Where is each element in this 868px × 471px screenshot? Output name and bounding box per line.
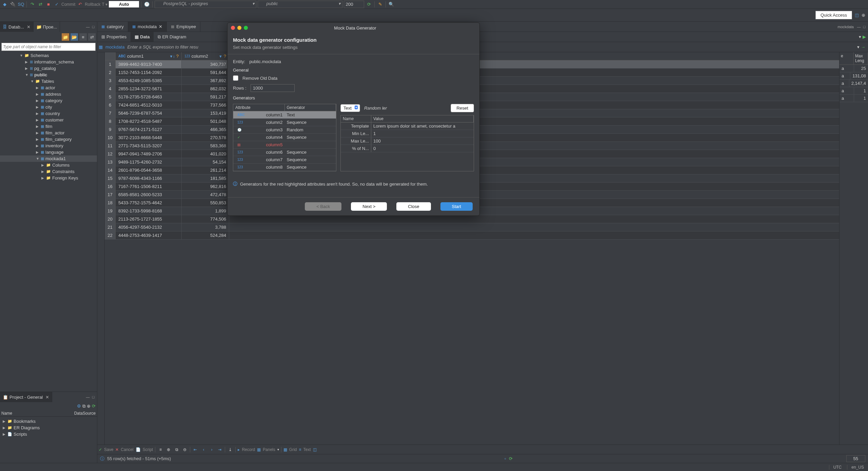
column-header-1[interactable]: ABCcolumn1▼↕? — [116, 52, 182, 60]
start-button[interactable]: Start — [440, 202, 473, 211]
connection-select[interactable]: PostgreSQL - postgres▾ — [155, 1, 256, 8]
back-button[interactable]: < Back — [305, 202, 341, 211]
generator-row-column2[interactable]: 123column2Sequence — [233, 119, 336, 126]
project-tab[interactable]: 📁 Прое... — [34, 22, 60, 32]
close-button[interactable]: Close — [396, 202, 431, 211]
tab-category[interactable]: ▦category — [97, 22, 128, 32]
tree-schemas[interactable]: ▼📁Schemas — [0, 52, 97, 59]
maximize-icon[interactable]: □ — [91, 24, 96, 29]
cancel-icon[interactable]: ✕ — [115, 447, 119, 452]
proj-scripts[interactable]: ▶📄Scripts — [1, 431, 96, 437]
menu-icon[interactable]: ▾ — [859, 34, 861, 39]
perspective-icon[interactable]: ⊕ — [862, 13, 865, 18]
dup-row-icon[interactable]: ⧉ — [174, 447, 180, 453]
tree-tables[interactable]: ▼📁Tables — [0, 78, 97, 84]
tree-fkeys[interactable]: ▶📁Foreign Keys — [0, 175, 97, 181]
sql-filter-input[interactable]: Enter a SQL expression to filter resu — [127, 44, 198, 50]
rows-input[interactable] — [251, 84, 295, 92]
last-icon[interactable]: ⇥ — [217, 447, 223, 453]
other-icon[interactable]: ◫ — [313, 447, 317, 452]
folder-icon[interactable]: 📂 — [71, 33, 78, 41]
minimize-window-icon[interactable] — [237, 26, 241, 30]
remove-old-checkbox[interactable] — [233, 75, 238, 81]
add-row-icon[interactable]: ⊕ — [165, 447, 172, 453]
refresh-icon[interactable]: ⟳ — [366, 1, 372, 8]
reset-button[interactable]: Reset — [451, 104, 474, 112]
subtab-er[interactable]: ⧉ER Diagram — [154, 32, 190, 42]
perspective-db-icon[interactable]: ◫ — [855, 13, 859, 18]
close-icon[interactable]: ✕ — [27, 24, 31, 30]
record-icon[interactable]: ▸ — [238, 447, 240, 452]
tree-public[interactable]: ▼⊞public — [0, 72, 97, 78]
tree-table-address[interactable]: ▶▦address — [0, 91, 97, 97]
proj-erdiagrams[interactable]: ▶📁ER Diagrams — [1, 425, 96, 431]
stop-icon[interactable]: ■ — [45, 1, 52, 8]
refresh-icon2[interactable]: ⟳ — [92, 403, 96, 409]
maximize-icon[interactable]: □ — [91, 395, 96, 399]
table-row[interactable]: 224448-2753-4639-1417524,284 — [105, 231, 839, 240]
tree-table-film_category[interactable]: ▶▦film_category — [0, 136, 97, 143]
panels-icon[interactable]: ▦ — [257, 447, 261, 452]
schema-select[interactable]: public▾ — [258, 1, 342, 8]
tx-icon[interactable]: ⇄ — [37, 1, 44, 8]
tree-table-film[interactable]: ▶▦film — [0, 123, 97, 130]
generator-row-column6[interactable]: 123column6Sequence — [233, 149, 336, 156]
tree-mockada1[interactable]: ▼▦mockada1 — [0, 155, 97, 162]
rollback-icon[interactable]: ↶ — [77, 1, 83, 8]
close-icon[interactable]: ✕ — [159, 24, 162, 29]
grid-vertical-tab[interactable] — [97, 52, 105, 445]
minimize-icon[interactable]: — — [856, 24, 861, 29]
generator-row-column7[interactable]: 123column7Sequence — [233, 156, 336, 164]
grid-icon[interactable]: ▦ — [283, 447, 287, 452]
plug-icon[interactable]: 🔌 — [9, 1, 16, 8]
gear-icon[interactable]: ⚙ — [77, 403, 81, 409]
copy-icon[interactable]: ⧉ — [82, 403, 85, 409]
generator-row-column8[interactable]: 123column8Sequence — [233, 164, 336, 171]
tab-employee[interactable]: ▦Employee — [167, 22, 200, 32]
generator-row-column5[interactable]: ▤column5 — [233, 141, 336, 149]
clock-icon[interactable]: 🕐 — [143, 1, 150, 8]
tree-constraints[interactable]: ▶📁Constraints — [0, 168, 97, 175]
tree-table-language[interactable]: ▶▦language — [0, 149, 97, 155]
table-row[interactable]: 214056-4297-5540-21323,788 — [105, 223, 839, 231]
limit-input[interactable] — [344, 1, 364, 8]
search-icon2[interactable]: 🔍 — [388, 1, 395, 8]
tree-table-actor[interactable]: ▶▦actor — [0, 84, 97, 91]
prop-row[interactable]: Min Le...1 — [341, 130, 474, 137]
new-conn-icon[interactable]: ◆ — [1, 1, 8, 8]
save-icon[interactable]: ✓ — [99, 447, 102, 452]
run-icon[interactable]: ▶ — [863, 34, 866, 39]
close-icon[interactable]: ✕ — [45, 395, 49, 400]
next-icon[interactable]: › — [209, 447, 215, 453]
generator-props-table[interactable]: Name Value TemplateLorem ipsum dolor sit… — [340, 115, 474, 171]
close-window-icon[interactable] — [231, 26, 235, 30]
generator-row-column4[interactable]: ✓column4Sequence — [233, 134, 336, 141]
pencil-icon[interactable]: ✎ — [377, 1, 383, 8]
rollback-label[interactable]: Rollback — [85, 2, 100, 7]
generator-row-column3[interactable]: 🕐column3Random — [233, 126, 336, 134]
generator-type-select[interactable]: Text — [340, 104, 360, 112]
subtab-data[interactable]: ▦Data — [131, 32, 154, 42]
prop-row[interactable]: Max Le...100 — [341, 137, 474, 145]
tree-table-country[interactable]: ▶▦country — [0, 110, 97, 117]
arrow-icon[interactable]: ↷ — [29, 1, 36, 8]
filter-menu-icon[interactable]: ▾ — [857, 44, 860, 50]
add-icon[interactable]: ⊕ — [87, 403, 91, 409]
generator-row-column1[interactable]: ABCcolumn1Text — [233, 111, 336, 119]
tree-table-inventory[interactable]: ▶▦inventory — [0, 143, 97, 149]
tree-columns[interactable]: ▶📁Columns — [0, 162, 97, 168]
minimize-icon[interactable]: — — [85, 395, 90, 399]
proj-bookmarks[interactable]: ▶📁Bookmarks — [1, 418, 96, 425]
tree-pg-catalog[interactable]: ▶⊞pg_catalog — [0, 65, 97, 72]
generators-table[interactable]: Attribute Generator ABCcolumn1Text123col… — [233, 104, 336, 171]
filter-apply-icon[interactable]: → — [861, 44, 865, 50]
quick-access-button[interactable]: Quick Access — [815, 11, 852, 19]
tx-t-label[interactable]: T ▾ — [102, 2, 107, 7]
prev-icon[interactable]: ‹ — [200, 447, 206, 453]
tree-table-category[interactable]: ▶▦category — [0, 97, 97, 104]
align-icon[interactable]: ≡ — [157, 447, 163, 453]
minimize-icon[interactable]: — — [85, 24, 90, 29]
text-icon[interactable]: ≡ — [299, 447, 301, 452]
tree-info-schema[interactable]: ▶⊞information_schema — [0, 59, 97, 65]
maximize-icon[interactable]: □ — [862, 24, 867, 29]
